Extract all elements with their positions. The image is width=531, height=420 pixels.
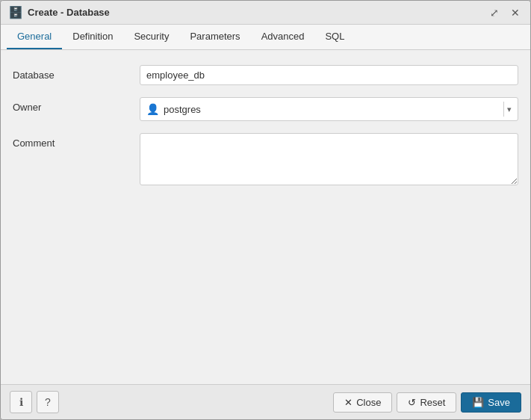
footer-left: ℹ ? [10, 391, 59, 413]
tab-security[interactable]: Security [123, 25, 179, 49]
database-control [140, 65, 518, 85]
close-icon: ✕ [344, 397, 353, 408]
info-icon: ℹ [19, 396, 23, 408]
tab-general[interactable]: General [7, 25, 62, 49]
save-icon: 💾 [472, 397, 484, 408]
footer-right: ✕ Close ↺ Reset 💾 Save [333, 392, 521, 413]
owner-control: 👤 postgres ▾ [140, 97, 518, 121]
comment-textarea[interactable] [140, 133, 518, 185]
owner-row: Owner 👤 postgres ▾ [13, 97, 518, 121]
comment-control [140, 133, 518, 188]
title-bar-right: ⤢ ✕ [487, 6, 523, 19]
create-database-dialog: 🗄️ Create - Database ⤢ ✕ General Definit… [0, 0, 531, 420]
select-divider [503, 102, 504, 117]
close-label: Close [356, 397, 381, 408]
info-button[interactable]: ℹ [10, 391, 32, 413]
database-icon: 🗄️ [8, 5, 23, 19]
comment-label: Comment [13, 133, 140, 149]
tab-bar: General Definition Security Parameters A… [1, 25, 530, 50]
database-input[interactable] [140, 65, 518, 85]
database-label: Database [13, 65, 140, 81]
user-icon: 👤 [146, 103, 159, 115]
title-bar-left: 🗄️ Create - Database [8, 5, 110, 19]
owner-select[interactable]: 👤 postgres ▾ [140, 97, 518, 121]
tab-definition[interactable]: Definition [62, 25, 123, 49]
tab-parameters[interactable]: Parameters [179, 25, 250, 49]
owner-label: Owner [13, 97, 140, 113]
reset-button[interactable]: ↺ Reset [397, 392, 456, 413]
save-label: Save [488, 397, 510, 408]
owner-value: postgres [164, 104, 201, 115]
tab-sql[interactable]: SQL [314, 25, 355, 49]
dialog-title: Create - Database [28, 7, 110, 18]
reset-label: Reset [420, 397, 445, 408]
close-button[interactable]: ✕ Close [333, 392, 392, 413]
footer: ℹ ? ✕ Close ↺ Reset 💾 Save [1, 384, 530, 419]
form-content: Database Owner 👤 postgres ▾ [1, 50, 530, 384]
help-button[interactable]: ? [37, 391, 59, 413]
reset-icon: ↺ [408, 397, 416, 408]
chevron-down-icon: ▾ [507, 105, 512, 114]
title-bar: 🗄️ Create - Database ⤢ ✕ [1, 1, 530, 25]
help-icon: ? [45, 396, 51, 408]
expand-button[interactable]: ⤢ [487, 6, 502, 19]
close-dialog-button[interactable]: ✕ [508, 6, 523, 19]
save-button[interactable]: 💾 Save [461, 392, 521, 413]
tab-advanced[interactable]: Advanced [251, 25, 315, 49]
comment-row: Comment [13, 133, 518, 188]
database-row: Database [13, 65, 518, 85]
